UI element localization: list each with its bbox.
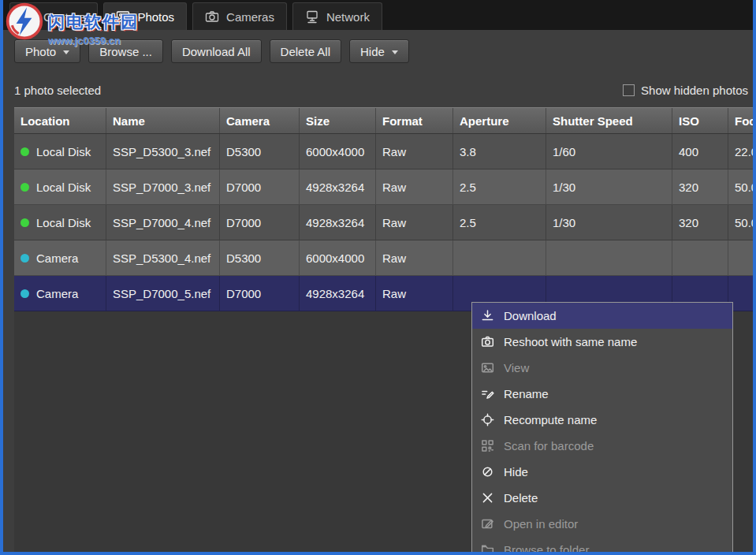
hide-menu-button-label: Hide <box>360 45 385 58</box>
cell-name: SSP_D7000_4.nef <box>106 205 220 240</box>
tab-label: Network <box>326 10 370 24</box>
cell-location: Local Disk <box>14 169 106 205</box>
cell-aperture <box>453 240 546 276</box>
cell-focal_length: 50.0 <box>728 205 753 240</box>
cell-name: SSP_D7000_3.nef <box>106 169 220 205</box>
delete-all-button[interactable]: Delete All <box>270 39 341 63</box>
column-header-focal-length[interactable]: Focal Length <box>728 108 753 133</box>
column-header-camera[interactable]: Camera <box>220 108 300 133</box>
cell-text: 50.0 <box>735 216 753 229</box>
view-icon <box>480 361 495 374</box>
cell-text: 4928x3264 <box>306 216 364 229</box>
menu-item-view[interactable]: View <box>472 355 732 381</box>
menu-item-download[interactable]: Download <box>472 303 732 329</box>
show-hidden-toggle[interactable]: Show hidden photos <box>623 84 748 97</box>
cell-text: 1/60 <box>553 145 575 158</box>
cell-text: D7000 <box>226 287 261 300</box>
cell-text: 1/30 <box>553 216 575 229</box>
cell-text: Raw <box>382 251 406 265</box>
column-header-iso[interactable]: ISO <box>672 108 728 133</box>
download-icon <box>480 309 495 322</box>
cell-text: Raw <box>382 181 406 194</box>
show-hidden-checkbox[interactable] <box>623 84 635 96</box>
delete-icon <box>480 491 495 505</box>
download-all-button[interactable]: Download All <box>171 39 262 63</box>
tab-photos[interactable]: Photos <box>103 2 187 30</box>
menu-item-reshoot-with-same-name[interactable]: Reshoot with same name <box>472 329 732 355</box>
tab-bar: CapturePhotosCamerasNetwork <box>3 0 753 30</box>
cell-format: Raw <box>376 276 453 311</box>
cell-format: Raw <box>376 169 453 205</box>
cell-camera: D7000 <box>220 169 300 205</box>
menu-item-scan-for-barcode[interactable]: Scan for barcode <box>472 433 732 459</box>
photo-table-header: LocationNameCameraSizeFormatApertureShut… <box>14 107 753 134</box>
cell-text: Raw <box>382 216 406 229</box>
status-dot-cyan <box>20 289 29 298</box>
cell-shutter_speed: 1/30 <box>546 205 672 240</box>
menu-item-open-in-editor[interactable]: Open in editor <box>472 511 732 537</box>
column-header-size[interactable]: Size <box>300 108 376 133</box>
menu-item-hide[interactable]: Hide <box>472 459 732 485</box>
hide-menu-button[interactable]: Hide <box>349 39 409 63</box>
cell-text: D5300 <box>226 251 261 265</box>
cell-camera: D7000 <box>220 205 300 240</box>
column-header-format[interactable]: Format <box>376 108 453 133</box>
cell-text: D5300 <box>226 145 261 158</box>
browse-button[interactable]: Browse ... <box>88 39 163 63</box>
toolbar: Photo Browse ... Download All Delete All… <box>3 30 753 73</box>
menu-item-recompute-name[interactable]: Recompute name <box>472 407 732 433</box>
menu-item-label: Delete <box>504 491 538 505</box>
cell-text: 6000x4000 <box>306 251 364 265</box>
tab-label: Capture <box>43 10 85 24</box>
photo-menu-button[interactable]: Photo <box>14 39 80 63</box>
cell-text: 22.0 <box>735 145 753 158</box>
cell-text: 320 <box>679 216 698 229</box>
cell-text: Camera <box>36 287 78 300</box>
cell-camera: D5300 <box>220 240 300 276</box>
table-row[interactable]: CameraSSP_D5300_4.nefD53006000x4000Raw <box>14 240 753 276</box>
table-row[interactable]: Local DiskSSP_D7000_4.nefD70004928x3264R… <box>14 205 753 240</box>
cell-text: 400 <box>679 145 698 158</box>
open-in-editor-icon <box>480 517 495 531</box>
capture-icon <box>22 9 36 24</box>
column-header-aperture[interactable]: Aperture <box>453 108 546 133</box>
cell-camera: D5300 <box>220 134 300 169</box>
table-row[interactable]: Local DiskSSP_D5300_3.nefD53006000x4000R… <box>14 134 753 169</box>
status-dot-green <box>20 183 29 192</box>
menu-item-browse-to-folder[interactable]: Browse to folder <box>472 537 732 552</box>
app-window: CapturePhotosCamerasNetwork Photo Browse… <box>0 0 756 555</box>
reshoot-icon <box>480 335 495 348</box>
cell-name: SSP_D7000_5.nef <box>106 276 220 311</box>
cell-location: Local Disk <box>14 205 106 240</box>
status-dot-cyan <box>20 254 29 263</box>
cell-camera: D7000 <box>220 276 300 311</box>
column-header-name[interactable]: Name <box>106 108 220 133</box>
menu-item-delete[interactable]: Delete <box>472 485 732 511</box>
selection-count-text: 1 photo selected <box>14 84 101 97</box>
column-header-location[interactable]: Location <box>14 108 106 133</box>
tab-capture[interactable]: Capture <box>9 2 98 30</box>
cell-text: 50.0 <box>735 181 753 194</box>
cell-text: SSP_D7000_4.nef <box>113 216 210 229</box>
cell-location: Camera <box>14 240 106 276</box>
cell-text: 2.5 <box>460 181 476 194</box>
tab-cameras[interactable]: Cameras <box>192 2 287 30</box>
cell-shutter_speed: 1/30 <box>546 169 672 205</box>
cell-aperture: 3.8 <box>453 134 546 169</box>
cell-size: 4928x3264 <box>300 169 376 205</box>
column-header-shutter-speed[interactable]: Shutter Speed <box>546 108 672 133</box>
menu-item-rename[interactable]: Rename <box>472 381 732 407</box>
status-dot-green <box>20 218 29 227</box>
cell-text: Local Disk <box>36 181 91 194</box>
cell-text: Raw <box>382 287 406 300</box>
menu-item-label: Browse to folder <box>504 543 589 552</box>
menu-item-label: View <box>504 361 529 374</box>
cell-iso: 320 <box>672 205 728 240</box>
table-row[interactable]: Local DiskSSP_D7000_3.nefD70004928x3264R… <box>14 169 753 205</box>
hide-icon <box>480 465 495 479</box>
cell-focal_length: 22.0 <box>728 134 753 169</box>
cell-format: Raw <box>376 205 453 240</box>
cell-text: 320 <box>679 181 698 194</box>
tab-network[interactable]: Network <box>292 2 382 30</box>
cell-text: 3.8 <box>460 145 476 158</box>
